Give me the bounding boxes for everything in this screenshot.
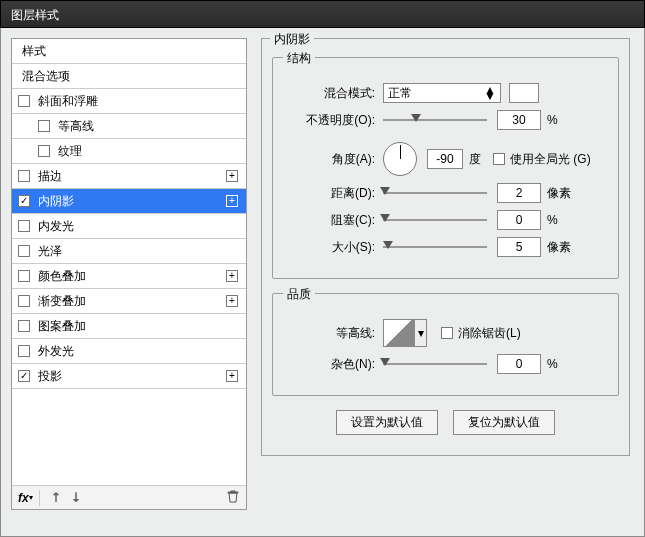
color-swatch[interactable] xyxy=(509,83,539,103)
checkbox-icon[interactable] xyxy=(18,170,30,182)
global-light-checkbox[interactable] xyxy=(493,153,505,165)
checkbox-icon[interactable] xyxy=(18,295,30,307)
opacity-slider[interactable] xyxy=(383,115,487,125)
checkbox-icon[interactable] xyxy=(18,345,30,357)
checkbox-icon[interactable] xyxy=(18,220,30,232)
reset-default-button[interactable]: 复位为默认值 xyxy=(453,410,555,435)
effect-stroke[interactable]: 描边+ xyxy=(12,164,246,189)
effect-drop-shadow[interactable]: 投影+ xyxy=(12,364,246,389)
checkbox-icon[interactable] xyxy=(38,120,50,132)
angle-input[interactable]: -90 xyxy=(427,149,463,169)
structure-legend: 结构 xyxy=(283,50,315,67)
effect-pattern-overlay[interactable]: 图案叠加 xyxy=(12,314,246,339)
styles-header[interactable]: 样式 xyxy=(12,39,246,64)
move-up-icon[interactable]: 🠥 xyxy=(50,491,62,505)
contour-dropdown-icon[interactable]: ▾ xyxy=(415,319,427,347)
add-icon[interactable]: + xyxy=(226,195,238,207)
effect-gradient-overlay[interactable]: 渐变叠加+ xyxy=(12,289,246,314)
blend-mode-select[interactable]: 正常 ▲▼ xyxy=(383,83,501,103)
antialias-checkbox[interactable] xyxy=(441,327,453,339)
opacity-label: 不透明度(O): xyxy=(285,112,375,129)
inner-shadow-group: 内阴影 结构 混合模式: 正常 ▲▼ 不透明度(O): 30 % xyxy=(261,38,630,456)
distance-slider[interactable] xyxy=(383,188,487,198)
dropdown-arrows-icon: ▲▼ xyxy=(484,87,496,99)
size-input[interactable]: 5 xyxy=(497,237,541,257)
fx-menu-icon[interactable]: fx xyxy=(18,491,29,505)
contour-label: 等高线: xyxy=(285,325,375,342)
client-area: 样式 混合选项 斜面和浮雕 等高线 纹理 描边+ 内阴影+ 内发光 光泽 颜色叠… xyxy=(0,28,645,537)
angle-dial[interactable] xyxy=(383,142,417,176)
opacity-input[interactable]: 30 xyxy=(497,110,541,130)
move-down-icon[interactable]: 🠧 xyxy=(70,491,82,505)
styles-list: 样式 混合选项 斜面和浮雕 等高线 纹理 描边+ 内阴影+ 内发光 光泽 颜色叠… xyxy=(12,39,246,485)
quality-group: 品质 等高线: ▾ 消除锯齿(L) 杂色(N): 0 % xyxy=(272,293,619,396)
sidebar-footer: fx▾ 🠥 🠧 xyxy=(12,485,246,509)
size-slider[interactable] xyxy=(383,242,487,252)
size-label: 大小(S): xyxy=(285,239,375,256)
checkbox-icon[interactable] xyxy=(38,145,50,157)
checkbox-icon[interactable] xyxy=(18,245,30,257)
noise-input[interactable]: 0 xyxy=(497,354,541,374)
noise-label: 杂色(N): xyxy=(285,356,375,373)
spread-label: 阻塞(C): xyxy=(285,212,375,229)
panel-title: 内阴影 xyxy=(270,31,314,48)
window-title: 图层样式 xyxy=(11,8,59,22)
add-icon[interactable]: + xyxy=(226,270,238,282)
blending-options-header[interactable]: 混合选项 xyxy=(12,64,246,89)
add-icon[interactable]: + xyxy=(226,170,238,182)
set-default-button[interactable]: 设置为默认值 xyxy=(336,410,438,435)
distance-label: 距离(D): xyxy=(285,185,375,202)
effect-inner-shadow[interactable]: 内阴影+ xyxy=(12,189,246,214)
add-icon[interactable]: + xyxy=(226,370,238,382)
structure-group: 结构 混合模式: 正常 ▲▼ 不透明度(O): 30 % 角度(A) xyxy=(272,57,619,279)
settings-panel: 内阴影 结构 混合模式: 正常 ▲▼ 不透明度(O): 30 % xyxy=(261,38,630,510)
quality-legend: 品质 xyxy=(283,286,315,303)
effect-texture[interactable]: 纹理 xyxy=(12,139,246,164)
contour-picker[interactable] xyxy=(383,319,415,347)
spread-slider[interactable] xyxy=(383,215,487,225)
spread-input[interactable]: 0 xyxy=(497,210,541,230)
antialias-label: 消除锯齿(L) xyxy=(458,326,521,340)
checkbox-icon[interactable] xyxy=(18,195,30,207)
global-light-label: 使用全局光 (G) xyxy=(510,152,591,166)
effect-outer-glow[interactable]: 外发光 xyxy=(12,339,246,364)
effect-inner-glow[interactable]: 内发光 xyxy=(12,214,246,239)
checkbox-icon[interactable] xyxy=(18,370,30,382)
trash-icon[interactable] xyxy=(226,489,240,506)
angle-label: 角度(A): xyxy=(285,151,375,168)
checkbox-icon[interactable] xyxy=(18,270,30,282)
styles-sidebar: 样式 混合选项 斜面和浮雕 等高线 纹理 描边+ 内阴影+ 内发光 光泽 颜色叠… xyxy=(11,38,247,510)
checkbox-icon[interactable] xyxy=(18,320,30,332)
window-titlebar: 图层样式 xyxy=(0,0,645,28)
noise-slider[interactable] xyxy=(383,359,487,369)
blend-mode-label: 混合模式: xyxy=(285,85,375,102)
effect-bevel[interactable]: 斜面和浮雕 xyxy=(12,89,246,114)
effect-color-overlay[interactable]: 颜色叠加+ xyxy=(12,264,246,289)
effect-contour[interactable]: 等高线 xyxy=(12,114,246,139)
add-icon[interactable]: + xyxy=(226,295,238,307)
checkbox-icon[interactable] xyxy=(18,95,30,107)
effect-satin[interactable]: 光泽 xyxy=(12,239,246,264)
distance-input[interactable]: 2 xyxy=(497,183,541,203)
